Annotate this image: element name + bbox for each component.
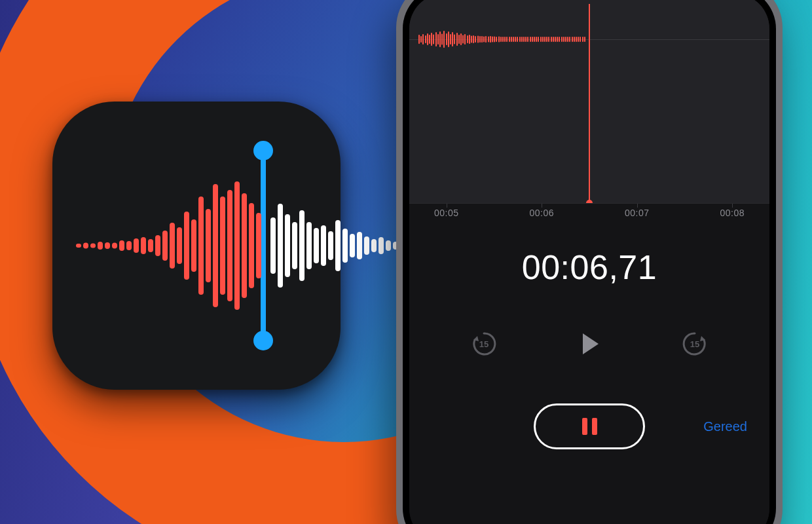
timeline-ruler[interactable]: 00:05 00:06 00:07 00:08 bbox=[409, 203, 769, 228]
waveform-bar bbox=[227, 190, 232, 301]
waveform-bar bbox=[342, 229, 348, 263]
waveform-bar bbox=[479, 36, 481, 43]
waveform-bar bbox=[335, 220, 341, 271]
waveform-bar bbox=[177, 227, 182, 264]
waveform-bar bbox=[523, 37, 525, 42]
playhead-icon bbox=[261, 150, 266, 341]
waveform-bar bbox=[328, 231, 333, 260]
waveform-bar bbox=[498, 37, 500, 43]
waveform-bar bbox=[141, 237, 146, 254]
waveform-bar bbox=[542, 37, 544, 42]
waveform-bar bbox=[435, 32, 437, 47]
waveform-bar bbox=[242, 193, 247, 298]
skip-forward-15-button[interactable]: 15 bbox=[679, 328, 710, 360]
waveform-bar bbox=[481, 36, 483, 43]
waveform-bar bbox=[561, 37, 563, 42]
pause-recording-button[interactable] bbox=[534, 403, 645, 449]
waveform-bar bbox=[126, 241, 132, 250]
waveform-bar bbox=[429, 35, 430, 44]
waveform-bar bbox=[517, 37, 518, 42]
waveform-icon bbox=[72, 141, 321, 350]
waveform-bar bbox=[105, 242, 110, 249]
waveform-bar bbox=[557, 37, 558, 42]
play-button[interactable] bbox=[572, 326, 607, 362]
waveform-bar bbox=[540, 37, 542, 42]
waveform-bar bbox=[488, 37, 489, 43]
waveform-bar bbox=[420, 36, 422, 43]
waveform-bar bbox=[456, 33, 458, 46]
waveform-bar bbox=[464, 34, 466, 45]
waveform-bar bbox=[475, 36, 476, 43]
promo-canvas: 00:05 00:06 00:07 00:08 00:06,71 15 bbox=[0, 0, 812, 524]
waveform-bar bbox=[572, 37, 573, 42]
waveform-bar bbox=[584, 37, 585, 42]
waveform-bar bbox=[553, 37, 554, 42]
waveform-bar bbox=[454, 35, 455, 45]
waveform-bar bbox=[578, 37, 579, 42]
timeline-tick: 00:05 bbox=[434, 208, 459, 218]
waveform-bar bbox=[502, 37, 504, 42]
iphone-mockup: 00:05 00:06 00:07 00:08 00:06,71 15 bbox=[396, 0, 783, 524]
voice-memos-app-icon bbox=[52, 102, 341, 390]
waveform-bar bbox=[278, 204, 283, 288]
play-icon bbox=[575, 329, 604, 358]
timeline-tick: 00:08 bbox=[720, 208, 745, 218]
waveform-bar bbox=[469, 35, 470, 44]
done-button[interactable]: Gereed bbox=[703, 419, 747, 434]
waveform-bar bbox=[519, 37, 521, 42]
waveform-bar bbox=[249, 203, 254, 288]
waveform-bar bbox=[509, 37, 510, 42]
waveform-strip[interactable] bbox=[409, 0, 769, 203]
skip-back-15-button[interactable]: 15 bbox=[468, 328, 500, 360]
waveform-bar bbox=[483, 37, 485, 43]
waveform-bar bbox=[515, 37, 516, 42]
phone-bezel: 00:05 00:06 00:07 00:08 00:06,71 15 bbox=[403, 0, 776, 524]
controls-panel: 00:06,71 15 bbox=[409, 228, 769, 524]
elapsed-time: 00:06,71 bbox=[409, 248, 769, 287]
waveform-bar bbox=[477, 36, 479, 43]
waveform-bar bbox=[450, 34, 451, 45]
waveform-bar bbox=[582, 37, 583, 42]
timeline-tick: 00:06 bbox=[529, 208, 554, 218]
waveform-bar bbox=[530, 37, 531, 42]
voice-memos-recording-screen: 00:05 00:06 00:07 00:08 00:06,71 15 bbox=[409, 0, 769, 524]
transport-controls: 15 15 bbox=[409, 326, 769, 362]
waveform-bar bbox=[563, 37, 564, 42]
waveform-bar bbox=[567, 37, 568, 42]
waveform-bar bbox=[256, 213, 261, 278]
record-row: Gereed bbox=[409, 403, 769, 449]
waveform-bar bbox=[433, 35, 434, 45]
waveform-bar bbox=[574, 37, 575, 42]
waveform-bar bbox=[76, 244, 81, 248]
waveform-bar bbox=[565, 37, 566, 42]
waveform-bar bbox=[299, 210, 304, 281]
waveform-bar bbox=[184, 212, 189, 280]
waveform-bar bbox=[521, 37, 523, 42]
waveform-bar bbox=[443, 31, 445, 48]
waveform-bar bbox=[504, 37, 506, 42]
waveform-bar bbox=[460, 33, 462, 45]
waveform-bar bbox=[422, 34, 424, 45]
waveform-bar bbox=[198, 196, 204, 295]
waveform-bar bbox=[494, 37, 495, 43]
waveform-bar bbox=[191, 219, 196, 272]
waveform-bar bbox=[548, 37, 549, 42]
waveform-bar bbox=[162, 231, 168, 261]
waveform-bar bbox=[576, 37, 577, 42]
waveform-bar bbox=[134, 238, 139, 253]
waveform-bar bbox=[546, 37, 547, 42]
waveform-bar bbox=[371, 239, 377, 252]
waveform-bar bbox=[527, 37, 528, 42]
waveform-bar bbox=[569, 37, 570, 42]
waveform-bar bbox=[544, 37, 545, 42]
waveform-bar bbox=[485, 36, 487, 43]
waveform-bar bbox=[580, 37, 581, 42]
waveform-bar bbox=[83, 243, 88, 249]
waveform-bar bbox=[559, 37, 560, 42]
skip-forward-seconds: 15 bbox=[690, 339, 699, 349]
waveform-bar bbox=[437, 34, 439, 45]
waveform-bar bbox=[490, 36, 491, 43]
playhead-cursor[interactable] bbox=[589, 4, 590, 203]
waveform-bar bbox=[220, 196, 225, 295]
waveform-bar bbox=[425, 35, 426, 43]
